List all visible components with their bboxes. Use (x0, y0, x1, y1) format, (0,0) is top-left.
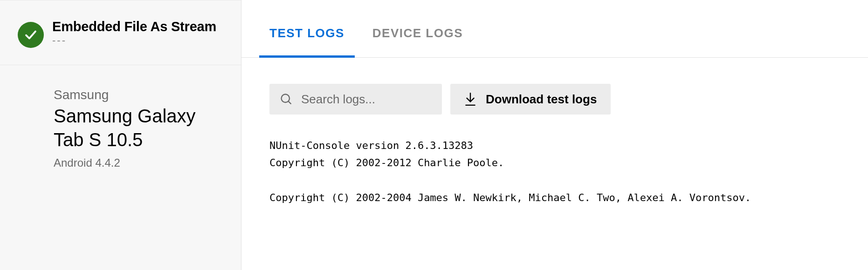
search-box[interactable] (269, 84, 442, 115)
search-icon (280, 93, 293, 106)
tabs: TEST LOGS DEVICE LOGS (241, 0, 868, 58)
test-title: Embedded File As Stream (52, 19, 216, 34)
device-os: Android 4.4.2 (54, 156, 223, 169)
svg-point-0 (282, 94, 290, 103)
main-panel: TEST LOGS DEVICE LOGS Download test logs… (241, 0, 868, 270)
device-info: Samsung Samsung Galaxy Tab S 10.5 Androi… (0, 65, 241, 169)
device-name: Samsung Galaxy Tab S 10.5 (54, 104, 223, 152)
controls-row: Download test logs (241, 58, 868, 115)
download-icon (464, 92, 476, 106)
download-button-label: Download test logs (486, 92, 597, 107)
device-brand: Samsung (54, 88, 223, 102)
test-subtitle: --- (52, 34, 216, 47)
svg-line-1 (289, 101, 291, 104)
search-input[interactable] (301, 92, 432, 107)
download-button[interactable]: Download test logs (450, 84, 611, 115)
test-title-block: Embedded File As Stream --- (52, 19, 216, 47)
tab-device-logs[interactable]: DEVICE LOGS (372, 26, 463, 57)
test-header: Embedded File As Stream --- (0, 0, 241, 65)
log-output: NUnit-Console version 2.6.3.13283 Copyri… (241, 115, 868, 207)
sidebar: Embedded File As Stream --- Samsung Sams… (0, 0, 241, 270)
tab-test-logs[interactable]: TEST LOGS (269, 26, 344, 57)
status-success-icon (18, 22, 44, 48)
